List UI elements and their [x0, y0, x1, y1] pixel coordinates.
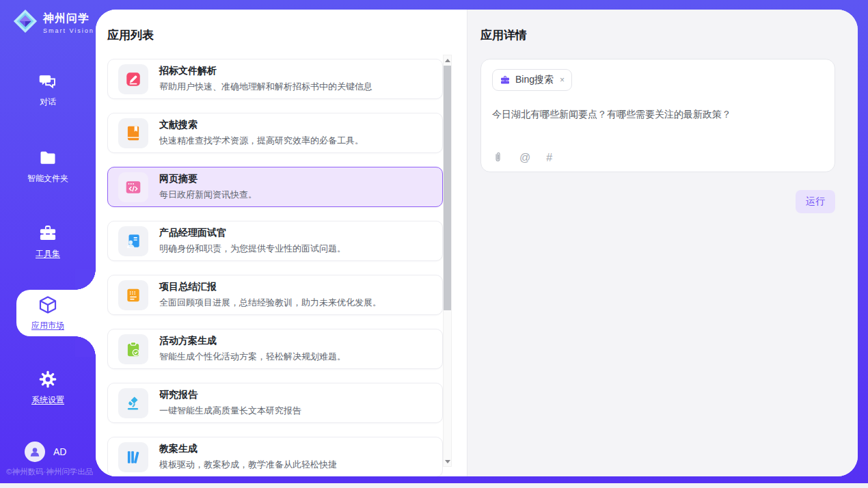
brand-logo: 神州问学 Smart Vision — [12, 8, 94, 37]
sidebar-item-smart-folder[interactable]: 智能文件夹 — [0, 148, 96, 185]
app-card-selected[interactable]: 网页摘要 每日政府新闻资讯快查。 — [107, 167, 443, 207]
sidebar-item-label: 智能文件夹 — [27, 173, 68, 185]
scroll-down-icon[interactable] — [444, 457, 451, 466]
app-name: 网页摘要 — [159, 173, 257, 185]
app-detail-panel: 应用详情 Bing搜索 × 今日湖北有哪些新闻要点？有哪些需要关注的最新政策？ … — [467, 10, 858, 476]
app-card[interactable]: 文献搜索 快速精准查找学术资源，提高研究效率的必备工具。 — [107, 113, 443, 153]
app-name: 教案生成 — [159, 443, 337, 455]
app-card[interactable]: 教案生成 模板驱动，教案秒成，教学准备从此轻松快捷 — [107, 437, 443, 476]
app-name: 研究报告 — [159, 389, 301, 401]
webpage-code-icon — [118, 172, 148, 202]
tool-tag-label: Bing搜索 — [515, 74, 554, 86]
toolbox-icon — [38, 223, 58, 243]
app-description: 每日政府新闻资讯快查。 — [159, 189, 257, 201]
app-card[interactable]: 项目总结汇报 全面回顾项目进展，总结经验教训，助力未来优化发展。 — [107, 275, 443, 315]
app-description: 一键智能生成高质量长文本研究报告 — [159, 405, 301, 417]
tab-fillet-bottom — [75, 336, 96, 357]
app-card[interactable]: 研究报告 一键智能生成高质量长文本研究报告 — [107, 383, 443, 423]
app-description: 智能生成个性化活动方案，轻松解决规划难题。 — [159, 351, 346, 363]
hash-icon[interactable]: # — [546, 152, 552, 163]
edit-document-icon — [118, 64, 148, 94]
folder-icon — [38, 148, 58, 168]
input-toolbar: @ # — [492, 152, 824, 163]
cube-icon — [38, 295, 58, 315]
app-description: 明确身份和职责，为您提供专业性的面试问题。 — [159, 243, 346, 255]
main-panel: 应用列表 招标文件解析 帮助用户快速、准确地理解和解析招标书中的关键信息 — [96, 10, 858, 476]
tool-tag-bing-search[interactable]: Bing搜索 × — [492, 69, 572, 91]
copyright-footer: ©神州数码·神州问学出品 — [6, 467, 93, 477]
user-account[interactable]: AD — [25, 442, 66, 462]
query-card[interactable]: Bing搜索 × 今日湖北有哪些新闻要点？有哪些需要关注的最新政策？ @ # — [480, 59, 835, 172]
app-description: 模板驱动，教案秒成，教学准备从此轻松快捷 — [159, 459, 337, 471]
app-detail-title: 应用详情 — [480, 27, 835, 43]
brand-name: 神州问学 — [43, 12, 94, 26]
chat-icon — [38, 71, 58, 92]
app-list-panel: 应用列表 招标文件解析 帮助用户快速、准确地理解和解析招标书中的关键信息 — [96, 10, 467, 476]
query-input[interactable]: 今日湖北有哪些新闻要点？有哪些需要关注的最新政策？ — [492, 109, 824, 121]
at-mention-icon[interactable]: @ — [519, 152, 530, 163]
run-row: 运行 — [480, 190, 835, 213]
app-name: 产品经理面试官 — [159, 227, 346, 239]
app-name: 项目总结汇报 — [159, 281, 381, 293]
avatar — [25, 442, 45, 462]
app-name: 文献搜索 — [159, 119, 364, 131]
sidebar-item-label: 系统设置 — [31, 394, 64, 406]
app-description: 快速精准查找学术资源，提高研究效率的必备工具。 — [159, 135, 364, 147]
sidebar-item-chat[interactable]: 对话 — [0, 71, 96, 108]
scrollbar-thumb[interactable] — [444, 66, 451, 310]
paperclip-icon[interactable] — [492, 152, 504, 163]
tab-fillet-top — [75, 269, 96, 290]
sidebar-item-app-market[interactable]: 应用市场 — [0, 295, 96, 331]
run-button[interactable]: 运行 — [796, 190, 835, 213]
brand-subtitle: Smart Vision — [43, 27, 94, 34]
user-initials: AD — [53, 446, 66, 457]
app-name: 招标文件解析 — [159, 65, 372, 77]
gear-icon — [38, 369, 58, 390]
scroll-up-icon[interactable] — [444, 55, 451, 65]
close-icon[interactable]: × — [560, 75, 565, 85]
app-card[interactable]: 活动方案生成 智能生成个性化活动方案，轻松解决规划难题。 — [107, 329, 443, 369]
sidebar-item-label: 对话 — [40, 96, 56, 108]
app-card[interactable]: 招标文件解析 帮助用户快速、准确地理解和解析招标书中的关键信息 — [107, 59, 443, 99]
sidebar-item-label: 工具集 — [36, 248, 60, 260]
app-description: 全面回顾项目进展，总结经验教训，助力未来优化发展。 — [159, 297, 381, 309]
microscope-icon — [118, 388, 148, 418]
app-card[interactable]: 产品经理面试官 明确身份和职责，为您提供专业性的面试问题。 — [107, 221, 443, 261]
sidebar: 神州问学 Smart Vision 对话 智能文件夹 — [0, 0, 96, 483]
app-window: 神州问学 Smart Vision 对话 智能文件夹 — [0, 0, 868, 488]
scrollbar[interactable] — [443, 55, 452, 467]
app-list: 招标文件解析 帮助用户快速、准确地理解和解析招标书中的关键信息 文献搜索 快速精… — [107, 55, 443, 476]
diamond-logo-icon — [12, 8, 38, 37]
resume-person-icon — [118, 226, 148, 256]
book-icon — [118, 118, 148, 148]
books-icon — [118, 442, 148, 472]
sidebar-item-toolset[interactable]: 工具集 — [0, 223, 96, 260]
sidebar-item-label: 应用市场 — [31, 320, 64, 331]
sidebar-item-settings[interactable]: 系统设置 — [0, 369, 96, 406]
clipboard-check-icon — [118, 334, 148, 364]
app-name: 活动方案生成 — [159, 335, 346, 347]
app-description: 帮助用户快速、准确地理解和解析招标书中的关键信息 — [159, 81, 372, 93]
briefcase-icon — [500, 74, 511, 85]
notepad-icon — [118, 280, 148, 310]
app-list-title: 应用列表 — [107, 27, 154, 43]
